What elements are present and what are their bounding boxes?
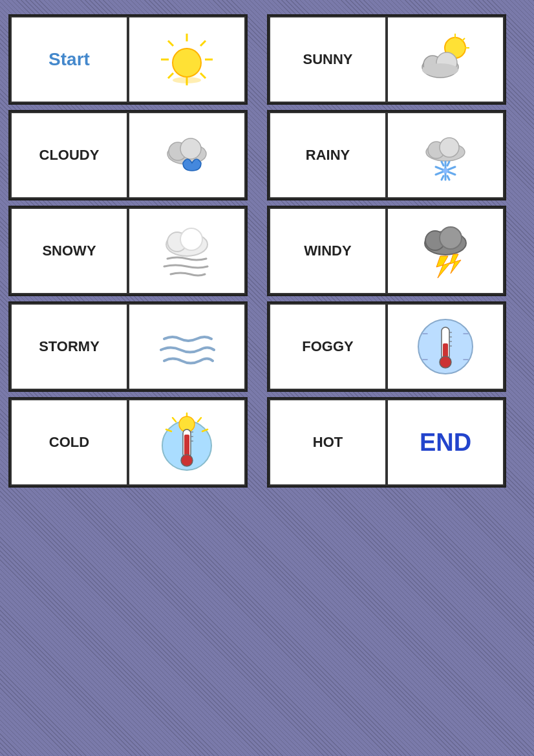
domino-stormy-cell-right <box>128 303 246 390</box>
domino-stormy-label-0: STORMY <box>39 338 100 355</box>
domino-foggy-label-0: FOGGY <box>302 338 353 355</box>
domino-rainy: RAINY <box>267 110 506 200</box>
domino-row-0: Start SUNNY <box>8 14 526 105</box>
domino-row-2: SNOWY WINDY <box>8 206 526 296</box>
svg-line-56 <box>173 418 176 422</box>
domino-snowy-cell-right <box>128 208 246 294</box>
svg-point-20 <box>180 138 201 159</box>
domino-stormy: STORMY <box>8 301 248 392</box>
svg-point-17 <box>422 63 458 76</box>
domino-hot-cell-right: END <box>387 399 504 486</box>
domino-foggy-icon-1 <box>388 305 503 389</box>
domino-cloudy: CLOUDY <box>8 110 248 200</box>
svg-line-28 <box>447 162 449 166</box>
domino-cold-label-0: COLD <box>49 434 89 451</box>
domino-foggy-cell-right <box>387 303 504 390</box>
domino-start-icon-1 <box>129 17 244 102</box>
domino-cold: COLD <box>8 397 248 488</box>
domino-foggy: FOGGY <box>267 301 506 392</box>
svg-line-29 <box>442 176 443 180</box>
domino-cold-icon-1 <box>129 400 244 484</box>
domino-sunny-icon-1 <box>388 17 503 102</box>
domino-row-4: COLD HOTEND <box>8 397 526 488</box>
domino-windy-icon-1 <box>388 209 503 293</box>
domino-sunny-cell-right <box>387 16 504 103</box>
domino-start-label-0: Start <box>48 49 90 70</box>
domino-start-cell-right <box>128 16 246 103</box>
domino-hot: HOTEND <box>267 397 506 488</box>
domino-snowy-icon-1 <box>129 209 244 293</box>
svg-line-27 <box>442 162 443 166</box>
domino-grid: Start SUNNY CLOUDY <box>8 14 526 493</box>
domino-stormy-cell-left: STORMY <box>10 303 128 390</box>
svg-line-7 <box>168 73 173 78</box>
domino-rainy-label-0: RAINY <box>306 147 350 164</box>
domino-sunny-cell-left: SUNNY <box>269 16 387 103</box>
svg-marker-38 <box>436 256 451 278</box>
domino-sunny-label-0: SUNNY <box>303 51 352 68</box>
domino-stormy-icon-1 <box>129 305 244 389</box>
domino-windy-cell-right <box>387 208 504 294</box>
svg-point-34 <box>180 228 202 250</box>
domino-cloudy-label-0: CLOUDY <box>39 147 100 164</box>
domino-snowy: SNOWY <box>8 206 248 296</box>
domino-snowy-cell-left: SNOWY <box>10 208 128 294</box>
domino-cold-cell-right <box>128 399 246 486</box>
domino-snowy-label-0: SNOWY <box>42 243 96 259</box>
svg-point-37 <box>440 227 462 249</box>
domino-row-3: STORMY FOGGY <box>8 301 526 392</box>
domino-cloudy-icon-1 <box>129 113 244 197</box>
svg-point-31 <box>443 168 448 173</box>
domino-start: Start <box>8 14 248 105</box>
svg-line-5 <box>200 73 206 78</box>
svg-marker-39 <box>450 254 461 274</box>
domino-cloudy-cell-right <box>128 112 246 199</box>
domino-hot-cell-left: HOT <box>269 399 387 486</box>
domino-sunny: SUNNY <box>267 14 506 105</box>
domino-rainy-cell-right <box>387 112 504 199</box>
svg-line-54 <box>198 418 201 422</box>
domino-hot-label-1: END <box>420 429 471 457</box>
domino-hot-label-0: HOT <box>313 434 343 451</box>
domino-windy: WINDY <box>267 206 506 296</box>
svg-line-30 <box>447 176 449 180</box>
svg-line-6 <box>200 41 206 46</box>
domino-rainy-cell-left: RAINY <box>269 112 387 199</box>
svg-point-9 <box>173 77 201 83</box>
svg-point-47 <box>440 356 451 368</box>
domino-windy-cell-left: WINDY <box>269 208 387 294</box>
domino-row-1: CLOUDY RAINY <box>8 110 526 200</box>
svg-point-8 <box>173 49 201 77</box>
domino-foggy-cell-left: FOGGY <box>269 303 387 390</box>
svg-point-61 <box>181 455 193 466</box>
svg-line-4 <box>168 41 173 46</box>
domino-cold-cell-left: COLD <box>10 399 128 486</box>
domino-cloudy-cell-left: CLOUDY <box>10 112 128 199</box>
domino-rainy-icon-1 <box>388 113 503 197</box>
domino-windy-label-0: WINDY <box>304 243 351 259</box>
domino-start-cell-left: Start <box>10 16 128 103</box>
svg-point-23 <box>440 138 459 157</box>
